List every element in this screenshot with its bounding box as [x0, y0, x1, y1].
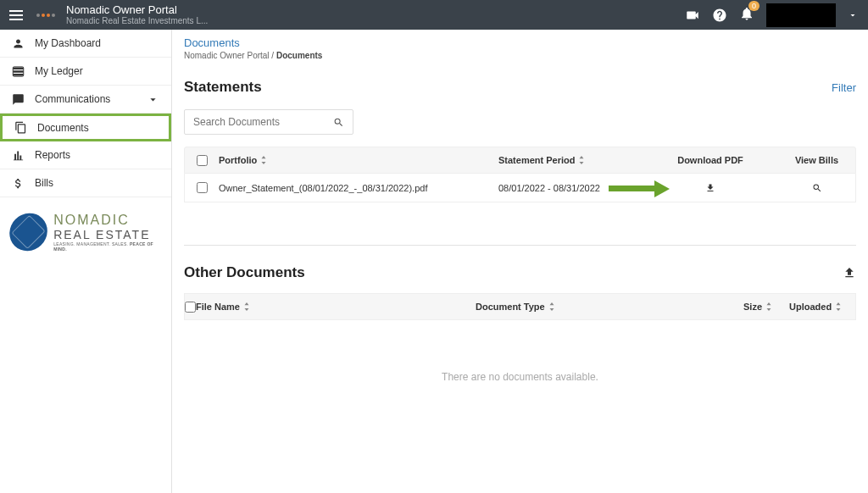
col-uploaded[interactable]: Uploaded	[789, 302, 867, 312]
logo-badge-icon	[2, 205, 55, 258]
col-size[interactable]: Size	[662, 302, 789, 312]
empty-message: There are no documents available.	[184, 320, 856, 408]
search-box[interactable]	[184, 109, 353, 135]
annotation-arrow	[609, 180, 671, 196]
sidebar-label: My Ledger	[35, 65, 83, 77]
sidebar-label: Reports	[35, 149, 70, 161]
col-doctype[interactable]: Document Type	[476, 302, 662, 312]
ledger-icon	[12, 65, 25, 78]
user-menu[interactable]	[766, 3, 836, 27]
dollar-icon	[12, 177, 25, 190]
statements-section: Statements Filter Portfolio Statement Pe…	[172, 64, 868, 211]
header-titles: Nomadic Owner Portal Nomadic Real Estate…	[66, 4, 208, 25]
copy-icon	[14, 121, 27, 134]
brand-dots-icon	[36, 8, 59, 23]
sidebar-label: Bills	[35, 177, 53, 189]
sidebar: My Dashboard My Ledger Communications Do…	[0, 30, 172, 493]
comment-icon	[12, 93, 25, 106]
header-actions: 0	[685, 3, 868, 27]
cell-bills	[778, 183, 855, 193]
sidebar-item-ledger[interactable]: My Ledger	[0, 58, 171, 86]
other-docs-table: File Name Document Type Size Uploaded Th…	[172, 293, 868, 408]
col-portfolio[interactable]: Portfolio	[219, 155, 498, 165]
other-docs-header: Other Documents	[172, 246, 868, 293]
main-content: Documents Nomadic Owner Portal / Documen…	[172, 30, 868, 493]
user-icon	[12, 37, 25, 50]
sidebar-label: Communications	[35, 93, 110, 105]
sort-icon	[835, 302, 842, 311]
app-title: Nomadic Owner Portal	[66, 4, 208, 16]
sidebar-label: My Dashboard	[35, 37, 101, 49]
video-icon[interactable]	[685, 8, 700, 23]
logo-line1: NOMADIC	[53, 213, 161, 228]
sidebar-item-bills[interactable]: Bills	[0, 169, 171, 197]
chevron-down-icon[interactable]	[848, 10, 858, 20]
upload-icon[interactable]	[843, 266, 856, 280]
col-download: Download PDF	[643, 155, 778, 165]
view-icon[interactable]	[812, 183, 822, 193]
company-logo: NOMADIC REAL ESTATE LEASING. MANAGEMENT.…	[0, 197, 171, 267]
other-docs-title: Other Documents	[184, 264, 305, 281]
notifications[interactable]: 0	[739, 6, 754, 25]
table-header: File Name Document Type Size Uploaded	[184, 293, 856, 320]
chart-icon	[12, 149, 25, 162]
logo-text: NOMADIC REAL ESTATE LEASING. MANAGEMENT.…	[53, 213, 161, 252]
app-subtitle: Nomadic Real Estate Investments L...	[66, 16, 208, 25]
breadcrumb-link[interactable]: Documents	[184, 36, 856, 49]
col-bills: View Bills	[778, 155, 855, 165]
statements-title: Statements	[184, 79, 262, 96]
table-header: Portfolio Statement Period Download PDF …	[184, 147, 856, 174]
select-all-checkbox[interactable]	[185, 302, 196, 313]
breadcrumb: Documents Nomadic Owner Portal / Documen…	[172, 30, 868, 64]
menu-toggle[interactable]	[0, 0, 32, 30]
top-header: Nomadic Owner Portal Nomadic Real Estate…	[0, 0, 868, 30]
logo-tagline: LEASING. MANAGEMENT. SALES. PEACE OF MIN…	[53, 241, 161, 252]
row-checkbox[interactable]	[197, 182, 208, 193]
help-icon[interactable]	[712, 8, 727, 23]
sidebar-item-dashboard[interactable]: My Dashboard	[0, 30, 171, 58]
statements-table: Portfolio Statement Period Download PDF …	[184, 147, 856, 202]
search-input[interactable]	[193, 116, 333, 128]
sidebar-item-documents[interactable]: Documents	[0, 114, 171, 141]
select-all-checkbox[interactable]	[197, 155, 208, 166]
sort-icon	[243, 302, 250, 311]
search-icon[interactable]	[333, 117, 344, 128]
col-filename[interactable]: File Name	[196, 302, 476, 312]
col-period[interactable]: Statement Period	[498, 155, 643, 165]
table-row: Owner_Statement_(08/01/2022_-_08/31/2022…	[184, 174, 856, 202]
logo-line2: REAL ESTATE	[53, 228, 161, 241]
chevron-down-icon	[147, 93, 159, 106]
sort-icon	[548, 302, 555, 311]
notification-badge: 0	[748, 1, 760, 11]
sort-icon	[765, 302, 772, 311]
download-icon[interactable]	[705, 183, 715, 193]
sidebar-item-communications[interactable]: Communications	[0, 86, 171, 114]
sidebar-item-reports[interactable]: Reports	[0, 141, 171, 169]
sidebar-label: Documents	[37, 122, 89, 134]
cell-portfolio: Owner_Statement_(08/01/2022_-_08/31/2022…	[219, 183, 498, 193]
sort-icon	[260, 156, 267, 164]
breadcrumb-path: Nomadic Owner Portal / Documents	[184, 51, 856, 60]
sort-icon	[578, 156, 585, 164]
filter-link[interactable]: Filter	[832, 81, 856, 94]
hamburger-icon	[9, 10, 23, 20]
